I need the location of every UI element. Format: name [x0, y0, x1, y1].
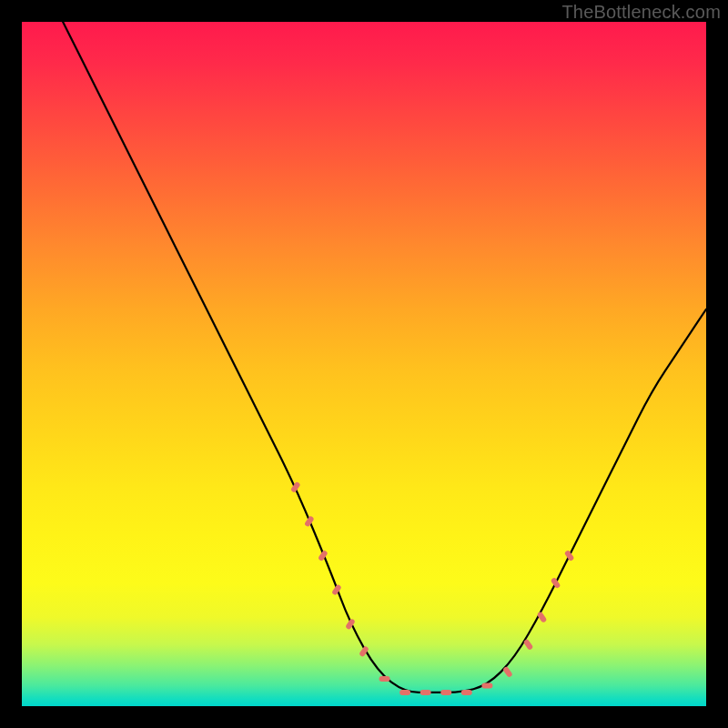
highlight-dot	[331, 584, 342, 596]
highlight-dot	[551, 577, 561, 589]
highlight-dot	[304, 515, 315, 527]
highlight-dot	[399, 690, 410, 695]
highlight-dot	[481, 682, 492, 688]
bottleneck-curve-path	[63, 22, 706, 693]
curve-layer	[22, 22, 706, 706]
highlight-dot	[461, 690, 472, 695]
highlight-dot	[379, 676, 390, 682]
plot-area	[22, 22, 706, 706]
highlight-dots	[290, 481, 575, 695]
highlight-dot	[420, 690, 431, 695]
bottleneck-curve	[63, 22, 706, 693]
chart-frame: TheBottleneck.com	[0, 0, 728, 728]
watermark-text: TheBottleneck.com	[561, 2, 721, 23]
highlight-dot	[564, 550, 575, 561]
highlight-dot	[440, 690, 451, 695]
